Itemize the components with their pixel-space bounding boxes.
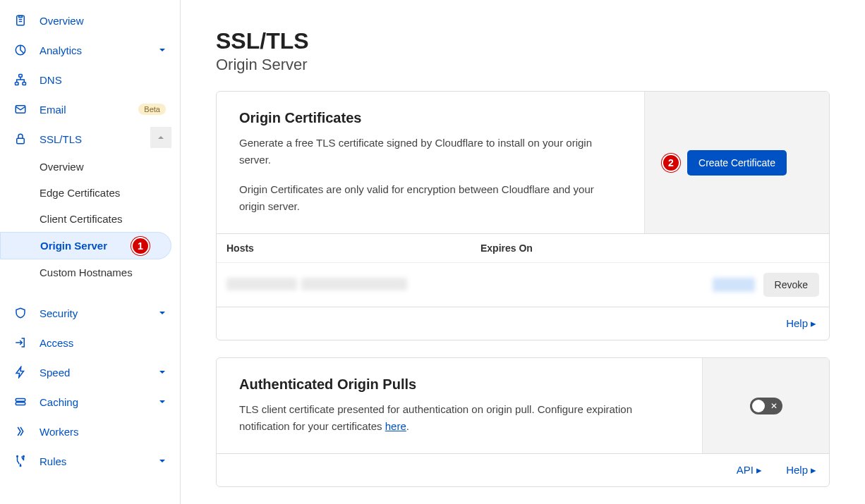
drive-icon: [14, 395, 27, 408]
login-icon: [14, 336, 27, 349]
sidebar-item-label: Email: [40, 104, 133, 116]
svg-rect-7: [16, 399, 25, 402]
sidebar-sub-label: Overview: [40, 161, 84, 173]
chevron-down-icon: [159, 309, 166, 316]
sidebar-item-access[interactable]: Access: [0, 328, 180, 357]
sidebar-item-label: Analytics: [40, 44, 159, 56]
chevron-down-icon: [159, 47, 166, 54]
sidebar-sub-label: Origin Server: [40, 240, 107, 252]
card-description: TLS client certificate presented for aut…: [239, 401, 679, 435]
sidebar-sub-origin-server[interactable]: Origin Server 1: [0, 232, 171, 259]
sidebar-item-label: SSL/TLS: [40, 133, 166, 145]
svg-point-10: [23, 456, 25, 457]
sidebar-item-label: Speed: [40, 367, 159, 379]
sidebar-item-label: Caching: [40, 396, 159, 408]
sidebar-item-caching[interactable]: Caching: [0, 387, 180, 417]
network-icon: [14, 73, 27, 86]
certificate-row: Revoke: [217, 262, 829, 307]
auth-origin-pulls-card: Authenticated Origin Pulls TLS client ce…: [216, 357, 830, 487]
sidebar-item-workers[interactable]: Workers: [0, 417, 180, 446]
card-toggle-panel: ✕: [702, 358, 829, 453]
svg-point-11: [20, 465, 21, 467]
page-subtitle: Origin Server: [216, 56, 830, 74]
chevron-down-icon: [159, 369, 166, 376]
svg-rect-8: [16, 402, 25, 405]
svg-rect-2: [19, 75, 23, 78]
svg-rect-6: [17, 138, 25, 144]
sidebar-sub-edge-certificates[interactable]: Edge Certificates: [0, 180, 171, 206]
sidebar-item-dns[interactable]: DNS: [0, 65, 180, 94]
sidebar: Overview Analytics DNS Email Beta SSL/TL…: [0, 0, 181, 504]
svg-rect-4: [23, 82, 26, 85]
help-link[interactable]: Help▸: [786, 464, 816, 476]
certificate-table-header: Hosts Expires On: [217, 233, 829, 262]
main-content: SSL/TLS Origin Server Origin Certificate…: [181, 0, 865, 504]
column-hosts: Hosts: [226, 242, 480, 254]
card-footer: Help▸: [217, 307, 829, 340]
sidebar-item-speed[interactable]: Speed: [0, 357, 180, 387]
sidebar-sub-label: Edge Certificates: [40, 187, 120, 199]
chevron-right-icon: ▸: [756, 464, 762, 477]
sidebar-sub-label: Custom Hostnames: [40, 266, 133, 278]
cert-download-link[interactable]: [713, 278, 755, 292]
card-title: Origin Certificates: [239, 110, 622, 126]
sidebar-sub-client-certificates[interactable]: Client Certificates: [0, 206, 171, 232]
card-footer: API▸ Help▸: [217, 453, 829, 486]
help-link[interactable]: Help▸: [786, 317, 816, 329]
sidebar-sub-overview[interactable]: Overview: [0, 154, 171, 180]
revoke-button[interactable]: Revoke: [763, 273, 819, 297]
sidebar-item-rules[interactable]: Rules: [0, 446, 180, 476]
card-title: Authenticated Origin Pulls: [239, 376, 679, 393]
workers-icon: [14, 425, 27, 438]
card-description: Generate a free TLS certificate signed b…: [239, 135, 622, 215]
sidebar-item-label: Workers: [40, 426, 166, 438]
callout-badge-2: 2: [662, 154, 680, 172]
sidebar-item-label: Rules: [40, 455, 159, 467]
collapse-button[interactable]: [150, 127, 171, 148]
sidebar-item-label: Security: [40, 307, 159, 319]
card-action-panel: 2 Create Certificate: [644, 92, 829, 233]
create-certificate-button[interactable]: Create Certificate: [687, 150, 787, 176]
toggle-off-icon: ✕: [770, 400, 778, 412]
sidebar-item-analytics[interactable]: Analytics: [0, 35, 180, 65]
api-link[interactable]: API▸: [737, 464, 762, 476]
sidebar-item-ssl[interactable]: SSL/TLS: [0, 124, 180, 154]
sidebar-item-label: Access: [40, 337, 166, 349]
auth-pulls-toggle[interactable]: ✕: [750, 398, 782, 414]
clipboard-icon: [14, 14, 27, 27]
sidebar-item-email[interactable]: Email Beta: [0, 94, 180, 124]
sidebar-item-label: DNS: [40, 74, 166, 86]
column-expires: Expires On: [480, 242, 622, 254]
sidebar-sub-custom-hostnames[interactable]: Custom Hostnames: [0, 259, 171, 285]
here-link[interactable]: here: [385, 420, 406, 432]
chevron-down-icon: [159, 457, 166, 465]
toggle-knob: [752, 400, 765, 412]
sidebar-item-overview[interactable]: Overview: [0, 6, 180, 35]
chevron-right-icon: ▸: [811, 317, 816, 330]
shield-icon: [14, 307, 27, 319]
rules-icon: [14, 455, 27, 467]
svg-rect-3: [16, 82, 19, 85]
mail-icon: [14, 103, 27, 116]
svg-point-9: [17, 456, 18, 457]
sidebar-item-label: Overview: [40, 15, 166, 27]
pie-chart-icon: [14, 44, 27, 56]
cert-hosts-value: [226, 278, 480, 293]
beta-badge: Beta: [138, 104, 166, 115]
callout-badge-1: 1: [131, 237, 150, 255]
origin-certificates-card: Origin Certificates Generate a free TLS …: [216, 91, 830, 340]
lock-icon: [14, 133, 27, 145]
sidebar-sub-label: Client Certificates: [40, 213, 123, 225]
page-title: SSL/TLS: [216, 28, 830, 54]
chevron-right-icon: ▸: [811, 464, 816, 477]
bolt-icon: [14, 366, 27, 379]
sidebar-item-security[interactable]: Security: [0, 298, 180, 328]
chevron-down-icon: [159, 398, 166, 405]
